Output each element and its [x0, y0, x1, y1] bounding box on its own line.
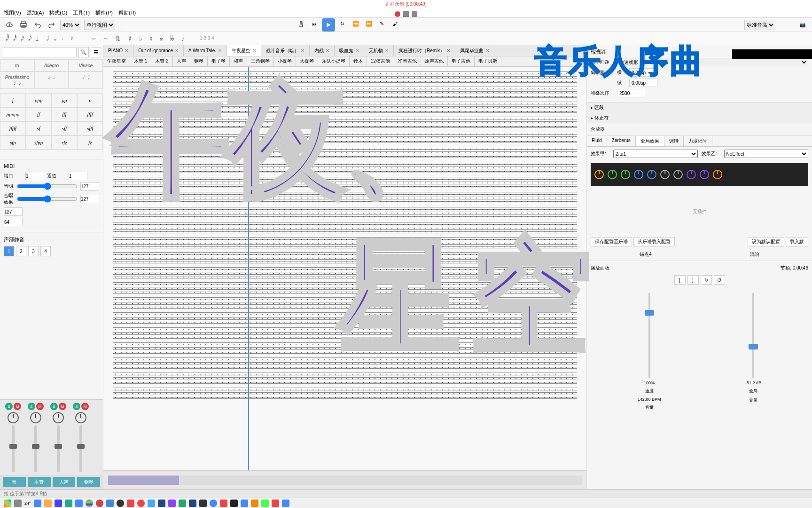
rewind-icon[interactable]: ⏮: [309, 18, 320, 30]
note-quarter[interactable]: ♩: [34, 35, 41, 42]
tempo-item[interactable]: Allegro: [34, 60, 69, 71]
mute-button[interactable]: M: [36, 403, 44, 410]
voice-4[interactable]: 4: [40, 246, 51, 256]
tempo-item[interactable]: Vivace: [69, 60, 103, 71]
menu-view[interactable]: 视图(V): [4, 9, 21, 16]
section-header[interactable]: ▸ 区段: [587, 103, 812, 113]
fx-knob-output[interactable]: [713, 170, 722, 179]
inst-tab[interactable]: 电子琴: [208, 56, 230, 66]
taskbar-icon[interactable]: [117, 500, 124, 507]
inst-tab[interactable]: 大提琴: [296, 56, 318, 66]
inst-tab[interactable]: 午夜星空: [103, 56, 130, 66]
loop-end-button[interactable]: ]: [687, 275, 699, 285]
solo-button[interactable]: S: [5, 403, 13, 410]
skip-start-icon[interactable]: ⏪: [350, 18, 361, 30]
taskbar-icon[interactable]: [210, 500, 217, 507]
fx-tab-global[interactable]: 全局效果: [636, 136, 664, 146]
mute-button[interactable]: M: [59, 403, 66, 410]
camera-icon[interactable]: 📷: [797, 19, 808, 31]
camera-icon[interactable]: [412, 11, 417, 17]
tab-inorganic[interactable]: 无机物✕: [364, 45, 394, 56]
tab-crazy[interactable]: 疯狂进行时（Remix）✕: [394, 45, 455, 56]
dyn-item[interactable]: ppppp: [0, 107, 26, 121]
timeline-track[interactable]: [108, 476, 582, 485]
flat-icon[interactable]: ♭: [137, 35, 144, 42]
pan-knob[interactable]: [8, 412, 19, 423]
natural-icon[interactable]: ♮: [148, 35, 154, 42]
taskbar-icon[interactable]: [261, 500, 269, 507]
taskbar-icon[interactable]: [179, 500, 186, 507]
fx-knob-rt60[interactable]: [647, 170, 656, 179]
solo-button[interactable]: S: [73, 403, 80, 410]
dyn-item[interactable]: sfp: [0, 135, 26, 150]
loop-toggle-button[interactable]: ↻: [701, 275, 712, 285]
pan-knob[interactable]: [75, 412, 86, 423]
pan-knob[interactable]: [53, 412, 64, 423]
edit-icon[interactable]: ✎: [376, 18, 388, 30]
tab-civil[interactable]: 内战✕: [310, 45, 335, 56]
load-config-button[interactable]: 从乐谱载入配置: [633, 237, 675, 246]
inst-tab[interactable]: 木管 2: [151, 56, 172, 66]
skip-end-icon[interactable]: ⏩: [363, 18, 375, 30]
fx-knob-eq2[interactable]: [700, 170, 709, 179]
volume-value[interactable]: [80, 182, 99, 190]
dyn-item[interactable]: fffff: [0, 121, 26, 135]
dyn-item[interactable]: ffff: [77, 107, 103, 121]
fx-tab-zerberus[interactable]: Zerberus: [607, 136, 636, 146]
volume-fader[interactable]: [34, 425, 37, 472]
view-mode-select[interactable]: 单行视图: [84, 20, 115, 30]
volume-fader[interactable]: [79, 425, 82, 472]
dyn-item[interactable]: ppp: [26, 93, 52, 107]
track-label[interactable]: 钢琴: [77, 477, 100, 487]
menu-plugins[interactable]: 插件(P): [95, 9, 113, 16]
inst-tab[interactable]: 三角钢琴: [247, 56, 274, 66]
channel-input[interactable]: [69, 172, 87, 180]
tie-icon[interactable]: ⌣: [90, 34, 98, 42]
close-icon[interactable]: ✕: [125, 48, 128, 53]
fx-b-select[interactable]: NoEffect: [724, 150, 809, 158]
tab-phoenix[interactable]: 凤尾毕业曲✕: [455, 45, 494, 56]
tab-vampire[interactable]: 吸血鬼✕: [335, 45, 364, 56]
fx-knob[interactable]: [608, 170, 617, 179]
inst-tab[interactable]: 12弦吉他: [367, 56, 394, 66]
taskbar-icon[interactable]: [137, 500, 145, 507]
close-icon[interactable]: ✕: [218, 48, 222, 53]
volume-fader[interactable]: [752, 293, 754, 378]
close-icon[interactable]: ✕: [485, 48, 489, 53]
taskbar-icon[interactable]: [4, 500, 11, 507]
track-label[interactable]: 木管: [28, 477, 51, 487]
taskbar-icon[interactable]: [44, 500, 52, 507]
volume-slider[interactable]: [17, 183, 78, 190]
record-icon[interactable]: [395, 11, 400, 17]
taskbar-icon[interactable]: [106, 500, 114, 507]
inst-tab[interactable]: 钢琴: [190, 56, 208, 66]
fx-knob-delay[interactable]: [594, 170, 604, 179]
double-flat-icon[interactable]: 𝄫: [168, 34, 176, 42]
close-icon[interactable]: ✕: [175, 48, 179, 53]
print-icon[interactable]: [18, 19, 29, 31]
brush-icon[interactable]: 🖌: [390, 18, 401, 30]
dyn-item[interactable]: fz: [77, 135, 103, 150]
voice-2[interactable]: 2: [16, 246, 26, 256]
inst-tab[interactable]: 电子贝斯: [475, 56, 501, 66]
volume-fader[interactable]: [57, 425, 60, 472]
flip-icon[interactable]: ⇅: [113, 35, 123, 42]
voice-3[interactable]: 3: [28, 246, 39, 256]
dyn-item[interactable]: sfpp: [26, 135, 52, 150]
taskbar-icon[interactable]: [158, 500, 165, 507]
dyn-item[interactable]: sff: [52, 121, 78, 135]
slur-icon[interactable]: ⌢: [102, 34, 109, 42]
search-icon[interactable]: 🔍: [78, 47, 89, 57]
solo-button[interactable]: S: [28, 403, 35, 410]
note-32nd[interactable]: 𝅘𝅥𝅰: [11, 34, 15, 42]
rest-icon[interactable]: 𝄽: [69, 34, 73, 42]
note-8th[interactable]: 𝅘𝅥𝅮: [26, 34, 30, 42]
sound-mode-select[interactable]: 标准音高: [744, 20, 775, 30]
fx-knob-low[interactable]: [634, 170, 643, 179]
note-dot[interactable]: ·: [60, 35, 65, 42]
fx-knob-eq1[interactable]: [687, 170, 696, 179]
tempo-item[interactable]: ♩= ♩: [34, 71, 69, 89]
tempo-item[interactable]: to: [0, 60, 34, 71]
count-in-button[interactable]: ⏱: [714, 275, 725, 285]
close-icon[interactable]: ✕: [326, 48, 329, 53]
